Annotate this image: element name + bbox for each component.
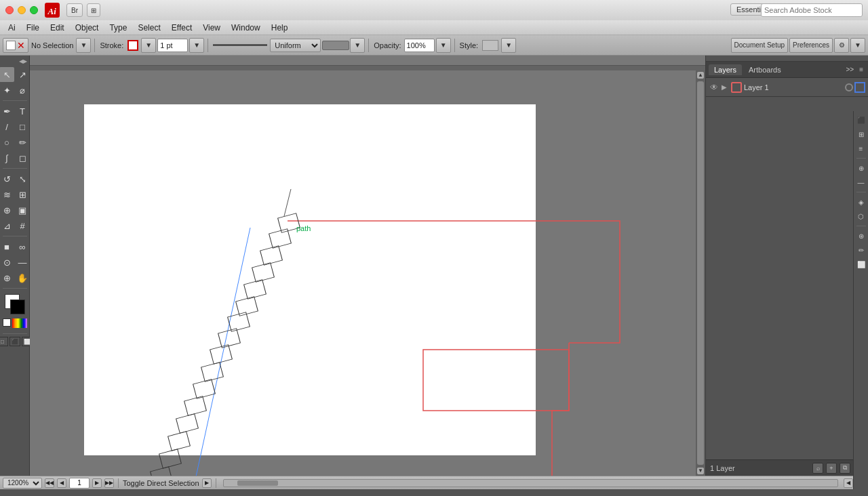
menu-item-object[interactable]: Object — [70, 22, 104, 34]
layer-target-dot[interactable] — [845, 83, 853, 91]
layers-collapse-btn[interactable]: >> — [844, 65, 856, 74]
selection-dropdown[interactable]: ▼ — [76, 38, 91, 53]
color-icon[interactable] — [12, 318, 27, 328]
menu-item-edit[interactable]: Edit — [45, 22, 70, 34]
measure-tool[interactable]: — — [15, 255, 30, 270]
zoom-select[interactable]: 1200% — [3, 478, 42, 489]
shape-builder-tool[interactable]: ⊕ — [0, 203, 14, 218]
layers-dupe-btn[interactable]: ⧉ — [840, 463, 850, 474]
scroll-thumb[interactable] — [697, 81, 704, 465]
eraser-tool[interactable]: ◻ — [15, 150, 30, 165]
prev-page-btn[interactable]: ◀◀ — [45, 478, 54, 488]
bridge-button[interactable]: Br — [66, 3, 83, 17]
horizontal-scrollbar[interactable] — [223, 479, 838, 487]
swatches-icon[interactable]: ⬜ — [855, 258, 867, 270]
maximize-button[interactable] — [30, 6, 38, 14]
pencil-tools: ∫ ◻ — [0, 150, 30, 165]
layer-expand-btn[interactable]: ▶ — [719, 83, 729, 91]
menu-item-effect[interactable]: Effect — [166, 22, 197, 34]
stroke-width-dropdown[interactable]: ▼ — [189, 38, 204, 53]
workspace-switcher-button[interactable]: ⊞ — [87, 3, 100, 17]
rotate-tool[interactable]: ↺ — [0, 171, 14, 186]
minimize-button[interactable] — [18, 6, 26, 14]
h-scroll-left-btn[interactable]: ◀ — [844, 478, 853, 488]
ellipse-tool[interactable]: ○ — [0, 135, 14, 150]
h-scroll-thumb[interactable] — [237, 480, 278, 486]
align-icon[interactable]: ≡ — [855, 142, 867, 154]
scale-tool[interactable]: ⤡ — [15, 171, 30, 186]
close-button[interactable] — [5, 6, 14, 14]
vertical-scrollbar[interactable]: ▲ ▼ — [696, 70, 705, 476]
rect-tool[interactable]: □ — [15, 119, 30, 134]
gradient-tool[interactable]: ■ — [0, 239, 14, 254]
free-transform-tool[interactable]: ⊞ — [15, 187, 30, 202]
opacity-input[interactable] — [404, 39, 435, 52]
search-input[interactable] — [761, 3, 863, 17]
stroke-type-select[interactable]: Uniform — [270, 39, 321, 52]
direct-select-tool[interactable]: ↗ — [15, 67, 30, 82]
toolbar-options-button[interactable]: ⚙ — [834, 38, 849, 53]
menu-item-window[interactable]: Window — [226, 22, 266, 34]
layer-select-box[interactable] — [854, 82, 865, 93]
menu-item-help[interactable]: Help — [266, 22, 294, 34]
fullscreen-preview-btn[interactable]: ⬛ — [9, 337, 20, 346]
preferences-button[interactable]: Preferences — [789, 38, 833, 53]
mesh-tool[interactable]: # — [15, 218, 30, 233]
line-tool[interactable]: / — [0, 119, 14, 134]
scroll-up-button[interactable]: ▲ — [697, 72, 704, 79]
selection-tool[interactable]: ↖ — [0, 67, 14, 82]
magic-wand-tool[interactable]: ✦ — [0, 83, 14, 98]
scroll-down-button[interactable]: ▼ — [697, 468, 704, 474]
doc-setup-button[interactable]: Document Setup — [731, 38, 789, 53]
perspective-tool[interactable]: ⊿ — [0, 218, 14, 233]
stroke-color-box[interactable] — [127, 40, 138, 51]
paintbrush-tool[interactable]: ✏ — [15, 135, 30, 150]
live-paint-tool[interactable]: ▣ — [15, 203, 30, 218]
type-tool[interactable]: T — [15, 104, 30, 119]
layers-tab[interactable]: Layers — [709, 64, 742, 75]
toggle-arrow-btn[interactable]: ▶ — [202, 478, 212, 488]
symbols-icon[interactable]: ⊛ — [855, 230, 867, 242]
layer-visibility-toggle[interactable]: 👁 — [709, 83, 719, 92]
stroke-color-dropdown[interactable]: ▼ — [141, 38, 156, 53]
layers-search-btn[interactable]: ⌕ — [812, 463, 823, 474]
width-profile-dropdown[interactable]: ▼ — [350, 38, 365, 53]
menu-item-view[interactable]: View — [197, 22, 226, 34]
stroke-panel-icon[interactable]: — — [855, 176, 867, 188]
next-btn[interactable]: ▶ — [92, 478, 102, 488]
artboards-tab[interactable]: Artboards — [743, 64, 787, 75]
canvas-content[interactable]: path ▲ ▼ — [30, 70, 705, 476]
transform-icon[interactable]: ⊞ — [855, 128, 867, 140]
page-input[interactable] — [69, 478, 90, 489]
prev-btn[interactable]: ◀ — [57, 478, 66, 488]
menu-item-select[interactable]: Select — [132, 22, 165, 34]
none-icon[interactable]: □ — [3, 318, 11, 327]
eyedropper-tool[interactable]: ⊙ — [0, 255, 14, 270]
toolbar-more-button[interactable]: ▼ — [850, 38, 865, 53]
next-page-btn[interactable]: ▶▶ — [104, 478, 114, 488]
menu-item-file[interactable]: File — [21, 22, 45, 34]
blend-tool[interactable]: ∞ — [15, 239, 30, 254]
normal-mode-btn[interactable]: □ — [0, 337, 8, 346]
style-dropdown[interactable]: ▼ — [501, 38, 516, 53]
graphic-styles-icon[interactable]: ⬡ — [855, 210, 867, 222]
opacity-dropdown[interactable]: ▼ — [436, 38, 451, 53]
warp-tool[interactable]: ≋ — [0, 187, 14, 202]
menu-item-ai[interactable]: Ai — [3, 22, 21, 34]
pathfinder-icon[interactable]: ⊕ — [855, 162, 867, 174]
color-guide-icon[interactable]: ⬛ — [855, 114, 867, 126]
menu-item-type[interactable]: Type — [104, 22, 132, 34]
stroke-width-input[interactable] — [157, 39, 188, 52]
lasso-tool[interactable]: ⌀ — [15, 83, 30, 98]
pencil-tool[interactable]: ∫ — [0, 150, 14, 165]
layer-1-row[interactable]: 👁 ▶ Layer 1 — [706, 78, 868, 97]
collapse-icon[interactable]: ◀▶ — [19, 58, 27, 65]
pen-tool[interactable]: ✒ — [0, 104, 14, 119]
appearance-icon[interactable]: ◈ — [855, 196, 867, 208]
hand-tool[interactable]: ✋ — [15, 270, 30, 285]
zoom-tool[interactable]: ⊕ — [0, 270, 14, 285]
layers-add-btn[interactable]: + — [826, 463, 837, 474]
brushes-icon[interactable]: ✏ — [855, 244, 867, 256]
layers-menu-btn[interactable]: ≡ — [857, 65, 865, 74]
stroke-color[interactable] — [10, 299, 25, 314]
